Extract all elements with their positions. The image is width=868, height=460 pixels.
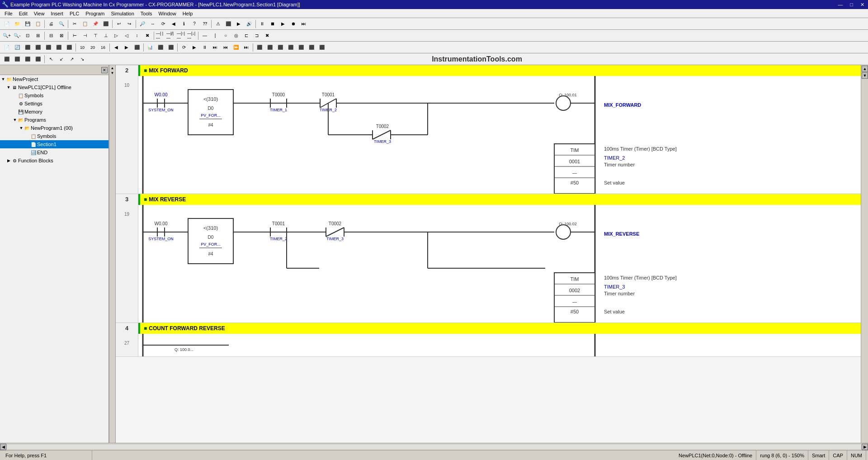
tree-item-newproject[interactable]: ▼ 📁 NewProject [0,75,108,83]
tb3-b29[interactable]: ⬛ [307,43,316,52]
tb2-b26[interactable]: ⊐ [252,31,262,41]
coil-btn[interactable]: ◎ [231,31,241,41]
tb3-b9[interactable]: 20 [88,43,98,52]
tb2-b8[interactable]: ⊣ [80,31,90,41]
menu-tools[interactable]: Tools [138,10,155,17]
tb2-b11[interactable]: ▷ [111,31,121,41]
expand-symbols[interactable] [13,93,17,98]
zoom-out-btn[interactable]: 🔍- [12,31,22,41]
tb1-b23[interactable]: ⚠ [213,19,223,29]
tb4-b8[interactable]: ↘ [77,54,87,64]
tb3-b4[interactable]: ⬛ [33,43,43,52]
find-btn[interactable]: 🔎 [137,19,147,29]
tb3-b24[interactable]: ⬛ [255,43,264,52]
menu-help[interactable]: Help [180,10,196,17]
tb2-b14[interactable]: ✖ [142,31,152,41]
zoom-in-btn[interactable]: 🔍+ [2,31,12,41]
scroll-left-arrow[interactable]: ◀ [0,444,6,450]
circle-btn[interactable]: ○ [221,31,231,41]
scroll-up-btn[interactable]: ▲ [111,66,114,70]
tb1-b17[interactable]: ↔ [148,19,158,29]
tb1-b25[interactable]: ▶ [234,19,244,29]
horizontal-scrollbar[interactable]: ◀ ▶ [0,443,868,450]
rung-4-diagram[interactable]: Q: 100.0... [138,334,861,356]
tb3-b11[interactable]: ◀ [111,43,121,52]
expand-newprogram1[interactable]: ▼ [19,126,24,130]
paste-btn[interactable]: 📌 [90,19,100,29]
tb4-b5[interactable]: ↖ [46,54,56,64]
tb3-b15[interactable]: ⬛ [156,43,165,52]
menu-edit[interactable]: Edit [16,10,30,17]
tree-item-newprogram1[interactable]: ▼ 📂 NewProgram1 (00) [0,124,108,132]
expand-newproject[interactable]: ▼ [1,77,5,81]
pos-edge-btn[interactable]: —|↑|— [176,31,186,41]
tb3-b28[interactable]: ⬛ [296,43,306,52]
tb3-b2[interactable]: 🔄 [12,43,22,52]
tb2-b25[interactable]: ⊏ [241,31,251,41]
grid-btn[interactable]: ⊟ [46,31,56,41]
tb3-b6[interactable]: ⬛ [54,43,64,52]
tb1-b26[interactable]: 🔊 [244,19,254,29]
expand-section1[interactable] [25,142,30,147]
menu-view[interactable]: View [31,10,47,17]
tb4-b6[interactable]: ↙ [57,54,66,64]
menu-file[interactable]: File [2,10,15,17]
tb1-b18[interactable]: ⟳ [158,19,168,29]
maximize-button[interactable]: □ [848,2,855,8]
menu-insert[interactable]: Insert [48,10,66,17]
expand-memory[interactable] [13,109,17,114]
expand-fblocks[interactable]: ▶ [6,158,11,163]
sidebar-close-btn[interactable]: ✕ [101,67,108,73]
tb3-b3[interactable]: ⬛ [23,43,33,52]
no-contact-btn[interactable]: —| |— [156,31,165,41]
tb4-b3[interactable]: ⬛ [23,54,33,64]
nc-contact-btn[interactable]: —|/|— [166,31,176,41]
save-btn[interactable]: 💾 [23,19,33,29]
cut-btn[interactable]: ✂ [70,19,80,29]
open-btn[interactable]: 📁 [12,19,22,29]
vert-line-btn[interactable]: | [210,31,220,41]
tb3-b8[interactable]: 10 [77,43,87,52]
tree-item-section1[interactable]: 📄 Section1 [0,140,108,148]
tb1-b29[interactable]: ▶ [278,19,288,29]
menu-window[interactable]: Window [156,10,179,17]
tree-item-symbols[interactable]: 📋 Symbols [0,91,108,100]
tree-item-programs[interactable]: ▼ 📂 Programs [0,116,108,124]
tb2-b7[interactable]: ⊢ [70,31,80,41]
expand-end[interactable] [25,150,30,155]
tb2-b12[interactable]: ◁ [122,31,132,41]
menu-program[interactable]: Program [83,10,107,17]
tb1-btn10[interactable]: ⬛ [101,19,111,29]
monitor-btn[interactable]: 📊 [145,43,155,52]
tb3-b25[interactable]: ⬛ [265,43,275,52]
tb2-b10[interactable]: ⊥ [101,31,111,41]
tb4-b4[interactable]: ⬛ [33,54,43,64]
horiz-line-btn[interactable]: — [200,31,210,41]
tree-item-memory[interactable]: 💾 Memory [0,108,108,116]
tb1-b27[interactable]: ⏸ [257,19,267,29]
sim-back-btn[interactable]: ⏮ [221,43,231,52]
tb3-b13[interactable]: ⬛ [132,43,142,52]
tb1-b19[interactable]: ◀ [169,19,179,29]
copy-btn[interactable]: 📋 [80,19,90,29]
menu-plc[interactable]: PLC [67,10,82,17]
new-btn[interactable]: 📄 [2,19,12,29]
content-area[interactable]: 2 10 ■ MIX FORWARD [116,65,861,449]
zoom-fit-btn[interactable]: ⊡ [23,31,33,41]
undo-btn[interactable]: ↩ [114,19,124,29]
tb2-b6[interactable]: ⊠ [57,31,66,41]
tb2-b4[interactable]: ⊞ [33,31,43,41]
tree-item-settings[interactable]: ⚙ Settings [0,100,108,108]
tb3-b26[interactable]: ⬛ [275,43,285,52]
tb4-b1[interactable]: ⬛ [2,54,12,64]
tb1-b24[interactable]: ⬛ [223,19,233,29]
scroll-right-arrow[interactable]: ▶ [862,444,868,450]
tb4-b2[interactable]: ⬛ [12,54,22,64]
scroll-up-arrow[interactable]: ▲ [862,66,868,72]
expand-prog-symbols[interactable] [25,134,30,138]
tb3-b16[interactable]: ⬛ [166,43,176,52]
print-btn[interactable]: 🖨 [46,19,56,29]
tree-item-prog-symbols[interactable]: 📋 Symbols [0,132,108,140]
sim-start-btn[interactable]: ▶ [189,43,199,52]
title-bar-right[interactable]: — □ ✕ [836,2,866,8]
